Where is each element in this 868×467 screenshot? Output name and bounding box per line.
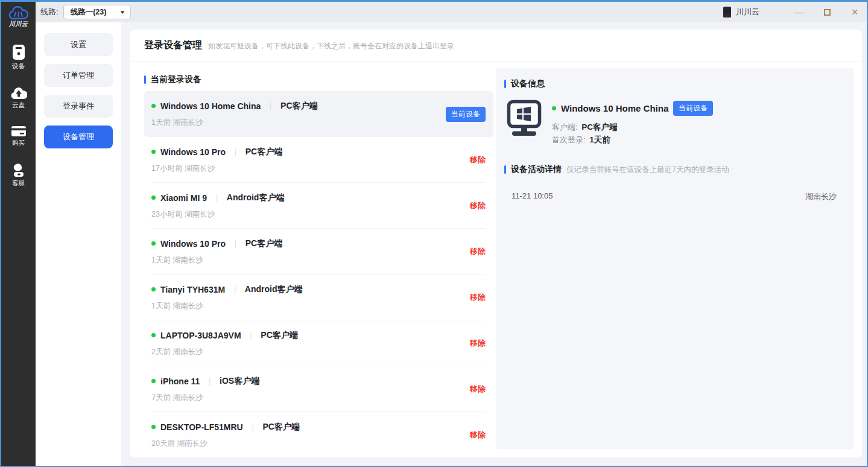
device-name: LAPTOP-3U8JA9VM [160, 331, 241, 340]
remove-device-link[interactable]: 移除 [470, 246, 486, 257]
device-list-item[interactable]: LAPTOP-3U8JA9VM ｜ PC客户端 2天前 湖南长沙 移除 [144, 320, 493, 366]
activity-section-head: 设备活动详情 仅记录当前账号在该设备上最近7天内的登录活动 [504, 164, 841, 175]
section-accent-bar [144, 75, 146, 84]
purchase-card-icon [11, 125, 27, 137]
info-client-row: 客户端: PC客户端 [552, 121, 713, 133]
chevron-down-icon: ▼ [119, 10, 125, 15]
device-list-item[interactable]: Windows 10 Pro ｜ PC客户端 1天前 湖南长沙 移除 [144, 229, 493, 275]
maximize-icon [824, 9, 831, 16]
online-status-dot [151, 195, 156, 200]
activity-time: 11-21 10:05 [512, 191, 553, 202]
client-value: PC客户端 [581, 122, 617, 132]
page-header: 登录设备管理 如发现可疑设备，可下线此设备，下线之后，账号会在对应的设备上退出登… [130, 30, 862, 62]
device-list-item[interactable]: iPhone 11 ｜ iOS客户端 7天前 湖南长沙 移除 [144, 366, 493, 412]
device-main: Xiaomi MI 9 ｜ Android客户端 23小时前 湖南长沙 [151, 192, 470, 220]
page-subtitle: 如发现可疑设备，可下线此设备，下线之后，账号会在对应的设备上退出登录 [208, 40, 454, 51]
device-client-type: PC客户端 [261, 330, 297, 341]
info-first-login-row: 首次登录: 1天前 [552, 133, 713, 146]
separator: ｜ [246, 330, 256, 341]
monitor-windows-icon [507, 100, 542, 137]
remove-device-link[interactable]: 移除 [470, 200, 486, 211]
titlebar: 线路: 线路一(23) ▼ 川川云 — ✕ [36, 2, 867, 22]
device-name: Xiaomi MI 9 [160, 193, 207, 203]
device-client-type: PC客户端 [262, 422, 299, 433]
sidebar-item-label: 购买 [12, 139, 25, 147]
separator: ｜ [212, 192, 222, 203]
support-agent-icon [11, 163, 26, 177]
device-main: DESKTOP-LF51MRU ｜ PC客户端 20天前 湖南长沙 [151, 422, 470, 449]
online-status-dot [151, 104, 156, 108]
device-info-block: Windows 10 Home China 当前设备 客户端: PC客户端 首次… [507, 100, 841, 146]
device-client-type: PC客户端 [280, 101, 317, 112]
line-label: 线路: [40, 7, 59, 17]
maximize-button[interactable] [822, 7, 832, 17]
sidebar-item-label: 客服 [12, 179, 25, 188]
minimize-button[interactable]: — [794, 7, 804, 17]
close-button[interactable]: ✕ [850, 7, 860, 17]
device-list-item[interactable]: Windows 10 Pro ｜ PC客户端 17小时前 湖南长沙 移除 [144, 137, 493, 183]
activity-row: 11-21 10:05 湖南长沙 [504, 191, 841, 202]
remove-device-link[interactable]: 移除 [470, 338, 486, 349]
device-icon [11, 44, 26, 60]
app-window: 线路: 线路一(23) ▼ 川川云 — ✕ 川川云 [0, 0, 868, 467]
device-name: Windows 10 Pro [160, 239, 226, 249]
online-status-dot [151, 379, 156, 383]
separator: ｜ [230, 284, 240, 295]
sidebar-item-devices[interactable]: 设备 [11, 44, 26, 71]
device-list-item[interactable]: DESKTOP-LF51MRU ｜ PC客户端 20天前 湖南长沙 移除 [144, 412, 493, 458]
cloud-logo-icon [7, 5, 30, 21]
sidebar-item-label: 云盘 [12, 101, 25, 110]
app-icon [723, 7, 731, 17]
menu-item-login-events[interactable]: 登录事件 [44, 95, 113, 118]
device-last-seen: 7天前 湖南长沙 [151, 393, 470, 403]
app-title: 川川云 [736, 7, 759, 17]
info-device-name: Windows 10 Home China [561, 103, 668, 113]
menu-item-device-management[interactable]: 设备管理 [44, 125, 113, 148]
activity-location: 湖南长沙 [805, 191, 837, 202]
device-client-type: PC客户端 [246, 238, 282, 249]
device-client-type: PC客户端 [246, 147, 282, 157]
device-last-seen: 17小时前 湖南长沙 [151, 164, 470, 174]
activity-list: 11-21 10:05 湖南长沙 [504, 191, 841, 202]
sidebar-item-purchase[interactable]: 购买 [11, 125, 27, 147]
activity-title: 设备活动详情 [511, 164, 562, 175]
remove-device-link[interactable]: 移除 [470, 430, 486, 440]
first-login-value: 1天前 [589, 135, 610, 144]
online-status-dot [151, 287, 156, 291]
online-status-dot [552, 106, 556, 110]
sidebar-item-cloud-disk[interactable]: 云盘 [10, 86, 27, 110]
device-main: Windows 10 Home China ｜ PC客户端 1天前 湖南长沙 [151, 101, 446, 128]
separator: ｜ [248, 422, 258, 433]
page-title: 登录设备管理 [144, 39, 202, 52]
device-info-pane: 设备信息 Windows 10 Home China 当前设备 [496, 68, 854, 449]
sidebar-item-label: 设备 [12, 62, 25, 71]
logo-text: 川川云 [7, 20, 30, 28]
device-name: DESKTOP-LF51MRU [160, 422, 243, 432]
menu-item-orders[interactable]: 订单管理 [44, 64, 113, 87]
device-list-item[interactable]: Windows 10 Home China ｜ PC客户端 1天前 湖南长沙 当… [144, 91, 493, 137]
device-client-type: Android客户端 [245, 284, 303, 295]
remove-device-link[interactable]: 移除 [470, 154, 486, 165]
device-last-seen: 23小时前 湖南长沙 [151, 209, 470, 220]
menu-item-settings[interactable]: 设置 [44, 33, 113, 56]
device-client-type: iOS客户端 [220, 376, 259, 387]
remove-device-link[interactable]: 移除 [470, 384, 486, 395]
sidebar-item-support[interactable]: 客服 [11, 163, 26, 188]
line-select-dropdown[interactable]: 线路一(23) ▼ [63, 5, 131, 19]
remove-device-link[interactable]: 移除 [470, 292, 486, 303]
section-accent-bar [504, 80, 506, 88]
device-main: Windows 10 Pro ｜ PC客户端 1天前 湖南长沙 [151, 238, 470, 265]
device-list-item[interactable]: Xiaomi MI 9 ｜ Android客户端 23小时前 湖南长沙 移除 [144, 183, 493, 229]
client-label: 客户端: [552, 122, 578, 132]
device-name: Tianyi TYH631M [160, 285, 225, 294]
device-client-type: Android客户端 [227, 192, 285, 203]
device-last-seen: 1天前 湖南长沙 [151, 301, 470, 311]
current-devices-title: 当前登录设备 [151, 74, 201, 85]
device-list-item[interactable]: Tianyi TYH631M ｜ Android客户端 1天前 湖南长沙 移除 [144, 275, 493, 320]
online-status-dot [151, 425, 156, 429]
separator: ｜ [204, 376, 215, 387]
content-card: 登录设备管理 如发现可疑设备，可下线此设备，下线之后，账号会在对应的设备上退出登… [130, 30, 862, 457]
separator: ｜ [265, 101, 276, 112]
device-main: Windows 10 Pro ｜ PC客户端 17小时前 湖南长沙 [151, 147, 470, 174]
app-logo: 川川云 [7, 5, 30, 28]
